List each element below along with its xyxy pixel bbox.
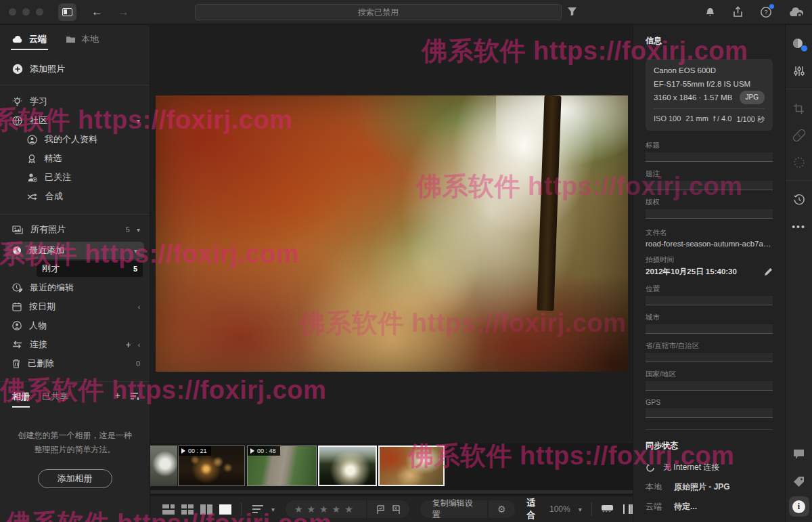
image-dimensions: 3160 x 1846 · 1.57 MB xyxy=(654,92,732,103)
left-sidebar: 云端 本地 添加照片 学习 社区 ▾ 我的个人资料 xyxy=(0,25,150,522)
zoom-chevron-icon[interactable]: ▾ xyxy=(579,506,582,513)
cloud-offline-icon[interactable] xyxy=(788,7,804,18)
add-album-icon[interactable]: + xyxy=(115,390,120,401)
title-field-input[interactable] xyxy=(646,152,773,162)
zoom-level[interactable]: 100% xyxy=(549,504,570,514)
sidebar-item-deleted[interactable]: 已删除 0 xyxy=(0,354,150,373)
more-options-icon[interactable]: ••• xyxy=(791,219,807,235)
copy-edit-settings-button[interactable]: 复制编辑设置 xyxy=(420,500,487,518)
view-masonry-button[interactable] xyxy=(162,504,175,515)
thumbnail-dandelion[interactable] xyxy=(150,445,177,486)
photo-canvas xyxy=(150,25,633,443)
info-button[interactable]: i xyxy=(789,496,809,517)
zoom-window-button[interactable] xyxy=(36,8,43,16)
gear-icon: ⚙ xyxy=(497,504,506,515)
sidebar-item-learn[interactable]: 学习 xyxy=(0,92,150,111)
deleted-label: 已删除 xyxy=(28,357,54,370)
local-label: 本地 xyxy=(646,481,674,493)
filmstrip-toggle-icon[interactable] xyxy=(602,505,612,514)
add-connection-icon[interactable]: + xyxy=(125,339,131,350)
sidebar-toggle-button[interactable] xyxy=(58,3,76,21)
albums-empty-text: 创建您的第一个相册，这是一种 整理照片的简单方法。 xyxy=(0,429,150,457)
adjustments-sliders-icon[interactable] xyxy=(791,63,807,79)
sidebar-item-people[interactable]: 人物 xyxy=(0,316,150,335)
sidebar-item-all-photos[interactable]: 所有照片 5▾ xyxy=(0,220,150,239)
country-field-input[interactable] xyxy=(646,381,773,391)
sidebar-item-community[interactable]: 社区 ▾ xyxy=(0,111,150,130)
notifications-bell-icon[interactable] xyxy=(704,7,716,18)
crop-icon[interactable] xyxy=(791,100,807,116)
location-field-input[interactable] xyxy=(646,296,773,305)
cloud-icon xyxy=(12,35,24,43)
masking-brush-icon[interactable] xyxy=(791,154,807,171)
star-rating-control[interactable]: ★★★★★ xyxy=(286,500,366,518)
sidebar-item-connections[interactable]: 连接 +‹ xyxy=(0,335,150,354)
globe-icon xyxy=(12,116,22,126)
caption-field-label: 题注 xyxy=(646,169,773,179)
edit-photo-icon[interactable] xyxy=(791,36,807,52)
main-photo[interactable] xyxy=(156,95,628,372)
comments-icon[interactable] xyxy=(791,446,807,462)
sort-albums-icon[interactable] xyxy=(130,392,140,400)
view-grid-button[interactable] xyxy=(181,504,194,515)
zoom-fit-label[interactable]: 适合 xyxy=(527,497,543,521)
sidebar-item-following[interactable]: 已关注 xyxy=(0,168,150,187)
filter-icon[interactable] xyxy=(567,7,577,16)
help-icon[interactable]: ? xyxy=(760,6,772,18)
close-window-button[interactable] xyxy=(9,8,16,16)
caption-field-input[interactable] xyxy=(646,181,773,190)
add-album-button[interactable]: 添加相册 xyxy=(38,469,112,488)
thumbnail-autumn-road[interactable] xyxy=(378,445,445,486)
minimize-window-button[interactable] xyxy=(22,8,30,16)
keywords-tag-icon[interactable] xyxy=(791,473,807,490)
state-field-input[interactable] xyxy=(646,353,773,362)
sidebar-item-just-now[interactable]: 刚才 5 xyxy=(37,261,143,277)
flag-controls[interactable] xyxy=(367,500,409,518)
share-icon[interactable] xyxy=(732,6,744,18)
healing-brush-icon[interactable] xyxy=(791,127,807,144)
people-label: 人物 xyxy=(29,320,47,332)
chevron-left-icon[interactable]: ‹ xyxy=(138,341,140,349)
pick-flag-icon[interactable] xyxy=(376,505,385,514)
sidebar-item-featured[interactable]: 精选 xyxy=(0,149,150,168)
edit-pencil-icon[interactable] xyxy=(764,267,773,276)
city-field-input[interactable] xyxy=(646,324,773,334)
thumbnail-video-1[interactable]: 00 : 21 xyxy=(178,445,245,486)
chevron-left-icon[interactable]: ‹ xyxy=(138,303,140,311)
split-view-icon[interactable] xyxy=(623,504,633,514)
view-detail-button[interactable] xyxy=(219,504,231,515)
video-duration-badge: 00 : 48 xyxy=(248,446,280,456)
sidebar-item-recently-added[interactable]: 最近添加 ▾ xyxy=(5,242,144,259)
add-photos-button[interactable]: 添加照片 xyxy=(0,52,150,85)
filmstrip-scrollbar[interactable] xyxy=(150,490,633,494)
thumbnail-sunset[interactable] xyxy=(318,445,377,486)
sidebar-item-composite[interactable]: 合成 xyxy=(0,187,150,206)
gps-field-input[interactable] xyxy=(646,408,773,418)
chevron-down-icon[interactable]: ▾ xyxy=(134,247,137,255)
history-icon[interactable] xyxy=(791,192,807,208)
sort-icon[interactable] xyxy=(252,505,263,513)
sort-chevron-icon[interactable]: ▾ xyxy=(271,506,275,513)
tab-albums[interactable]: 相册 xyxy=(12,391,30,403)
city-field-label: 城市 xyxy=(646,313,773,322)
window-controls[interactable] xyxy=(9,8,43,16)
back-button[interactable]: ← xyxy=(91,5,103,19)
reject-flag-icon[interactable] xyxy=(392,505,401,514)
search-input[interactable]: 搜索已禁用 xyxy=(195,4,562,20)
info-panel-title: 信息 xyxy=(646,35,773,47)
sidebar-item-by-date[interactable]: 按日期 ‹ xyxy=(0,297,150,316)
chevron-down-icon[interactable]: ▾ xyxy=(137,117,140,125)
copyright-field-input[interactable] xyxy=(646,209,773,219)
chevron-down-icon[interactable]: ▾ xyxy=(137,226,140,234)
view-compare-button[interactable] xyxy=(200,504,212,515)
capture-time-label: 拍摄时间 xyxy=(646,255,773,265)
copy-settings-options-button[interactable]: ⚙ xyxy=(489,500,515,518)
sidebar-item-profile[interactable]: 我的个人资料 xyxy=(0,130,150,149)
thumbnail-video-2[interactable]: 00 : 48 xyxy=(247,445,317,486)
cloud-label: 云端 xyxy=(646,501,674,513)
lightroom-window: ← → 搜索已禁用 ? 云端 xyxy=(0,0,812,522)
tab-local[interactable]: 本地 xyxy=(66,33,99,45)
tab-shared[interactable]: 已共享 xyxy=(42,391,68,403)
tab-cloud[interactable]: 云端 xyxy=(12,33,47,45)
sidebar-item-recent-edits[interactable]: 最近的编辑 xyxy=(0,278,150,297)
